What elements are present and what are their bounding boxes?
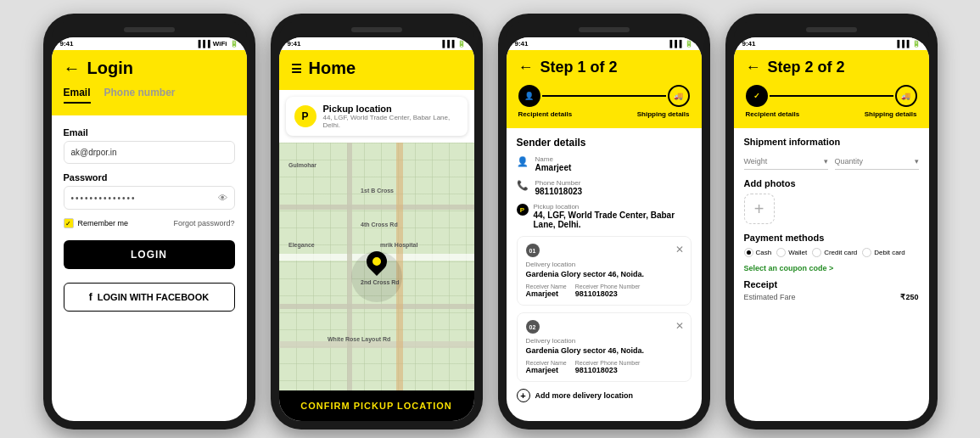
pickup-address: 44, LGF, World Trade Center, Babar Lane,… bbox=[323, 114, 459, 129]
step2-circle-2: 🚚 bbox=[895, 85, 917, 107]
dropdown-row: Weight ▾ Quantity ▾ bbox=[744, 154, 919, 170]
debit-label: Debit card bbox=[874, 249, 904, 256]
payment-label: Payment methods bbox=[744, 233, 919, 243]
cash-label: Cash bbox=[756, 249, 772, 256]
person-icon: 👤 bbox=[517, 156, 530, 170]
step2-labels: Recipient details Shipping details bbox=[746, 110, 917, 118]
delivery-title-1: Gardenia Glory sector 46, Noida. bbox=[526, 270, 682, 278]
name-key: Name bbox=[535, 155, 572, 163]
delivery-close-1[interactable]: ✕ bbox=[675, 244, 684, 256]
remember-label: Remember me bbox=[78, 219, 129, 227]
email-input[interactable]: ak@drpor.in bbox=[64, 141, 235, 164]
login-button[interactable]: LOGIN bbox=[64, 240, 235, 269]
map-label-elegance: Elegance bbox=[288, 242, 315, 248]
pickup-key-s1: Pickup location bbox=[534, 203, 692, 211]
forgot-password-link[interactable]: Forgot password? bbox=[173, 219, 234, 227]
estimated-fare-value: ₹250 bbox=[900, 293, 918, 301]
step1-title: ← Step 1 of 2 bbox=[518, 59, 690, 76]
fb-icon: f bbox=[89, 291, 92, 303]
rcv-phone-label-2: Receiver Phone Number bbox=[575, 360, 641, 366]
delivery-close-2[interactable]: ✕ bbox=[675, 320, 684, 332]
coupon-link[interactable]: Select an coupon code > bbox=[744, 264, 919, 272]
back-arrow-icon[interactable]: ← bbox=[64, 59, 81, 78]
remember-checkbox[interactable]: ✓ bbox=[64, 218, 74, 228]
wallet-label: Wallet bbox=[788, 249, 807, 256]
step1-labels: Recipient details Shipping details bbox=[518, 110, 690, 118]
step-line-2 bbox=[770, 95, 893, 97]
phone-key: Phone Number bbox=[535, 179, 583, 187]
step2-circle-1: ✓ bbox=[746, 85, 768, 107]
rcv-name-val-2: Amarjeet bbox=[526, 366, 567, 374]
delivery-title-2: Gardenia Glory sector 46, Noida. bbox=[526, 346, 682, 355]
tab-phone[interactable]: Phone number bbox=[104, 87, 176, 104]
map-label-hospital: mrik Hospital bbox=[380, 242, 417, 248]
delivery-cols-2: Receiver Name Amarjeet Receiver Phone Nu… bbox=[526, 360, 682, 374]
tab-email[interactable]: Email bbox=[64, 87, 91, 104]
add-photos-label: Add photos bbox=[744, 178, 919, 188]
delivery-card-2: ✕ 02 Delivery location Gardenia Glory se… bbox=[517, 312, 692, 382]
map-area[interactable]: Gulmohar 1st B Cross 4th Cross Rd 2nd Cr… bbox=[279, 143, 474, 390]
name-row: 👤 Name Amarjeet bbox=[517, 155, 692, 172]
receipt-label: Receipt bbox=[744, 279, 919, 289]
phone-value: 9811018023 bbox=[535, 187, 583, 196]
rcv-name-label-2: Receiver Name bbox=[526, 360, 567, 366]
home-header: ☰ Home bbox=[279, 50, 474, 90]
weight-chevron: ▾ bbox=[824, 157, 828, 166]
add-delivery-btn[interactable]: + Add more delivery location bbox=[517, 389, 692, 402]
map-label-1stb: 1st B Cross bbox=[361, 188, 394, 194]
radio-credit bbox=[812, 248, 821, 257]
step1-title-text: Step 1 of 2 bbox=[540, 59, 618, 76]
login-header: ← Login Email Phone number bbox=[52, 50, 247, 115]
pickup-info: Pickup location 44, LGF, World Trade Cen… bbox=[323, 104, 459, 129]
delivery-subtitle-1: Delivery location bbox=[526, 261, 682, 268]
password-value: •••••••••••••• bbox=[71, 194, 137, 203]
quantity-chevron: ▾ bbox=[915, 157, 919, 166]
phone-step1: 9:41 ▐▐▐🔋 ← Step 1 of 2 👤 🚚 bbox=[498, 14, 710, 430]
step1-body: Sender details 👤 Name Amarjeet 📞 Phone N… bbox=[507, 128, 702, 421]
back-arrow-icon-s2[interactable]: ← bbox=[746, 59, 761, 76]
delivery-num-2: 02 bbox=[526, 320, 540, 334]
rcv-phone-label-1: Receiver Phone Number bbox=[575, 284, 641, 289]
delivery-card-1: ✕ 01 Delivery location Gardenia Glory se… bbox=[517, 236, 692, 306]
delivery-subtitle-2: Delivery location bbox=[526, 337, 682, 345]
payment-cash[interactable]: Cash bbox=[744, 248, 772, 257]
pickup-name: Pickup location bbox=[323, 104, 459, 114]
step1-circle-1: 👤 bbox=[518, 85, 540, 107]
rcv-phone-val-2: 9811018023 bbox=[575, 366, 641, 374]
delivery-num-1: 01 bbox=[526, 244, 540, 257]
delivery-cols-1: Receiver Name Amarjeet Receiver Phone Nu… bbox=[526, 284, 682, 298]
map-label-4th: 4th Cross Rd bbox=[361, 222, 398, 227]
step1-label-1: Recipient details bbox=[518, 110, 573, 118]
pickup-location-icon: P bbox=[294, 105, 316, 127]
rcv-phone-val-1: 9811018023 bbox=[575, 289, 641, 298]
stepper-s2: ✓ 🚚 bbox=[746, 85, 917, 107]
weight-dropdown[interactable]: Weight ▾ bbox=[744, 154, 828, 170]
step2-label-1: Recipient details bbox=[746, 110, 800, 118]
confirm-pickup-button[interactable]: CONFIRM PICKUP LOCATION bbox=[279, 390, 474, 421]
back-arrow-icon-s1[interactable]: ← bbox=[518, 59, 534, 76]
pickup-row: P Pickup location 44, LGF, World Trade C… bbox=[517, 203, 692, 229]
phone-home: 9:41 ▐▐▐🔋 ☰ Home P Pickup location 44, L… bbox=[271, 14, 483, 430]
step2-title-text: Step 2 of 2 bbox=[768, 59, 845, 76]
email-label: Email bbox=[64, 127, 235, 138]
step2-header: ← Step 2 of 2 ✓ 🚚 Recipient details Ship… bbox=[734, 50, 929, 128]
sender-details-title: Sender details bbox=[517, 137, 692, 149]
estimated-fare-label: Estimated Fare bbox=[744, 293, 796, 301]
eye-icon[interactable]: 👁 bbox=[218, 193, 227, 203]
menu-icon[interactable]: ☰ bbox=[291, 62, 302, 76]
password-input[interactable]: •••••••••••••• 👁 bbox=[64, 186, 235, 210]
payment-wallet[interactable]: Wallet bbox=[776, 248, 807, 257]
photo-add-button[interactable]: + bbox=[744, 194, 775, 224]
quantity-label: Quantity bbox=[835, 157, 864, 166]
remember-row: ✓ Remember me Forgot password? bbox=[64, 218, 235, 228]
weight-label: Weight bbox=[744, 157, 768, 166]
login-title: ← Login bbox=[64, 59, 235, 78]
payment-credit[interactable]: Credit card bbox=[812, 248, 857, 257]
fb-login-button[interactable]: f LOGIN WITH FACEBOOK bbox=[64, 283, 235, 312]
radio-cash bbox=[744, 248, 753, 257]
email-value: ak@drpor.in bbox=[71, 148, 117, 157]
map-label-whiterose: White Rose Layout Rd bbox=[328, 336, 390, 342]
quantity-dropdown[interactable]: Quantity ▾ bbox=[835, 154, 919, 170]
phone-step2: 9:41 ▐▐▐🔋 ← Step 2 of 2 ✓ 🚚 bbox=[725, 14, 938, 430]
payment-debit[interactable]: Debit card bbox=[862, 248, 904, 257]
